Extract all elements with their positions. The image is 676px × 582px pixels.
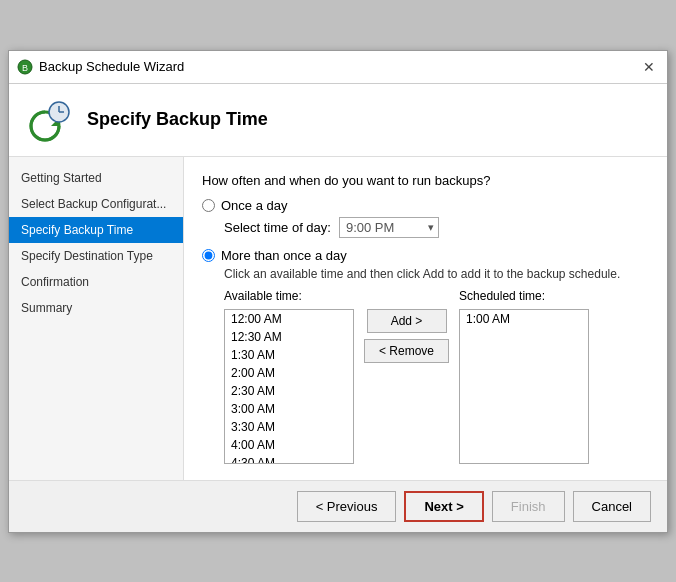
backup-title-icon: B — [17, 59, 33, 75]
sidebar-item-specify-backup-time[interactable]: Specify Backup Time — [9, 217, 183, 243]
available-time-section: Available time: 12:00 AM 12:30 AM 1:30 A… — [224, 289, 354, 464]
list-item[interactable]: 4:00 AM — [225, 436, 353, 454]
footer: < Previous Next > Finish Cancel — [9, 480, 667, 532]
available-time-label: Available time: — [224, 289, 354, 303]
title-bar: B Backup Schedule Wizard ✕ — [9, 51, 667, 84]
list-item[interactable]: 3:30 AM — [225, 418, 353, 436]
list-item[interactable]: 4:30 AM — [225, 454, 353, 464]
cancel-button[interactable]: Cancel — [573, 491, 651, 522]
next-button[interactable]: Next > — [404, 491, 483, 522]
list-item[interactable]: 1:00 AM — [460, 310, 588, 328]
available-time-list[interactable]: 12:00 AM 12:30 AM 1:30 AM 2:00 AM 2:30 A… — [224, 309, 354, 464]
list-item[interactable]: 12:00 AM — [225, 310, 353, 328]
scheduled-time-section: Scheduled time: 1:00 AM — [459, 289, 589, 464]
list-item[interactable]: 2:30 AM — [225, 382, 353, 400]
add-button[interactable]: Add > — [367, 309, 447, 333]
sidebar-item-select-backup[interactable]: Select Backup Configurat... — [9, 191, 183, 217]
sidebar: Getting Started Select Backup Configurat… — [9, 157, 184, 480]
title-bar-left: B Backup Schedule Wizard — [17, 59, 184, 75]
question-text: How often and when do you want to run ba… — [202, 173, 649, 188]
list-item[interactable]: 1:30 AM — [225, 346, 353, 364]
close-button[interactable]: ✕ — [639, 57, 659, 77]
time-of-day-select[interactable]: 9:00 PM — [339, 217, 439, 238]
header-icon — [25, 96, 73, 144]
sidebar-item-confirmation[interactable]: Confirmation — [9, 269, 183, 295]
time-select-wrapper: 9:00 PM — [339, 217, 439, 238]
wizard-window: B Backup Schedule Wizard ✕ Specify Backu… — [8, 50, 668, 533]
previous-button[interactable]: < Previous — [297, 491, 397, 522]
more-than-once-label: More than once a day — [221, 248, 347, 263]
lists-row: Available time: 12:00 AM 12:30 AM 1:30 A… — [224, 289, 649, 464]
list-item[interactable]: 3:00 AM — [225, 400, 353, 418]
once-a-day-row: Once a day — [202, 198, 649, 213]
scheduled-time-list[interactable]: 1:00 AM — [459, 309, 589, 464]
page-title: Specify Backup Time — [87, 109, 268, 130]
main-content: How often and when do you want to run ba… — [184, 157, 667, 480]
sidebar-item-getting-started[interactable]: Getting Started — [9, 165, 183, 191]
list-item[interactable]: 2:00 AM — [225, 364, 353, 382]
add-remove-col: Add > < Remove — [364, 289, 449, 363]
sidebar-item-destination-type[interactable]: Specify Destination Type — [9, 243, 183, 269]
time-of-day-label: Select time of day: — [224, 220, 331, 235]
more-than-once-row: More than once a day — [202, 248, 649, 263]
more-than-once-radio[interactable] — [202, 249, 215, 262]
more-than-desc: Click an available time and then click A… — [224, 267, 649, 281]
sidebar-item-summary[interactable]: Summary — [9, 295, 183, 321]
once-a-day-label: Once a day — [221, 198, 288, 213]
title-bar-text: Backup Schedule Wizard — [39, 59, 184, 74]
remove-button[interactable]: < Remove — [364, 339, 449, 363]
once-a-day-radio[interactable] — [202, 199, 215, 212]
header: Specify Backup Time — [9, 84, 667, 157]
finish-button: Finish — [492, 491, 565, 522]
time-of-day-row: Select time of day: 9:00 PM — [224, 217, 649, 238]
body: Getting Started Select Backup Configurat… — [9, 157, 667, 480]
list-item[interactable]: 12:30 AM — [225, 328, 353, 346]
scheduled-time-label: Scheduled time: — [459, 289, 589, 303]
svg-text:B: B — [22, 63, 28, 73]
